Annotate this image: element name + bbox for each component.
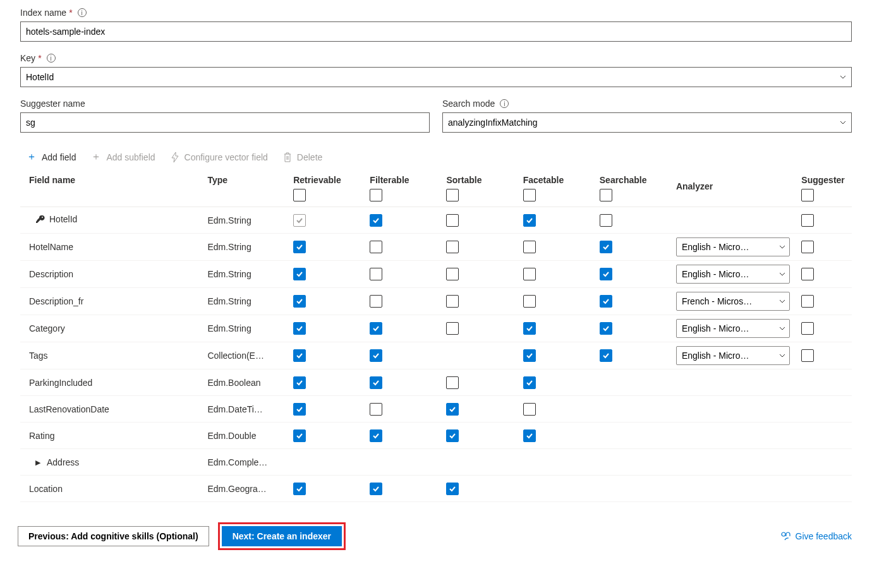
sortable-checkbox[interactable] bbox=[446, 295, 459, 308]
info-icon[interactable]: i bbox=[47, 54, 56, 63]
required-indicator: * bbox=[69, 8, 72, 18]
suggester-checkbox[interactable] bbox=[801, 322, 814, 335]
search-mode-select[interactable]: analyzingInfixMatching bbox=[442, 112, 852, 133]
analyzer-select[interactable]: English - Micro… bbox=[676, 265, 790, 284]
suggester-name-input[interactable] bbox=[20, 112, 430, 133]
field-name-expandable[interactable]: ▶Address bbox=[29, 457, 79, 467]
facetable-checkbox[interactable] bbox=[523, 295, 536, 308]
filterable-checkbox[interactable] bbox=[370, 268, 382, 280]
filterable-header-checkbox[interactable] bbox=[370, 189, 382, 201]
next-button[interactable]: Next: Create an indexer bbox=[222, 526, 342, 546]
retrievable-checkbox[interactable] bbox=[293, 376, 306, 389]
sortable-checkbox[interactable] bbox=[446, 483, 459, 495]
facetable-checkbox[interactable] bbox=[523, 214, 536, 227]
filterable-checkbox[interactable] bbox=[370, 214, 382, 227]
retrievable-checkbox[interactable] bbox=[293, 322, 306, 335]
facetable-checkbox[interactable] bbox=[523, 403, 536, 416]
retrievable-checkbox[interactable] bbox=[293, 295, 306, 308]
retrievable-checkbox[interactable] bbox=[293, 268, 306, 280]
searchable-checkbox[interactable] bbox=[600, 268, 612, 280]
sortable-checkbox[interactable] bbox=[446, 322, 459, 335]
plus-icon: ＋ bbox=[91, 150, 101, 164]
field-type: Edm.String bbox=[205, 207, 291, 234]
filterable-checkbox[interactable] bbox=[370, 376, 382, 389]
sortable-checkbox[interactable] bbox=[446, 214, 459, 227]
table-row: Rating Edm.Double bbox=[20, 423, 852, 449]
table-row: Description Edm.String English - Micro… bbox=[20, 261, 852, 288]
filterable-checkbox[interactable] bbox=[370, 295, 382, 308]
previous-button[interactable]: Previous: Add cognitive skills (Optional… bbox=[18, 526, 209, 546]
field-name: ParkingIncluded bbox=[29, 378, 92, 388]
searchable-header-checkbox[interactable] bbox=[600, 189, 612, 201]
searchable-checkbox[interactable] bbox=[600, 214, 612, 227]
analyzer-select[interactable]: English - Micro… bbox=[676, 319, 790, 338]
searchable-checkbox[interactable] bbox=[600, 322, 612, 335]
add-subfield-button: ＋ Add subfield bbox=[91, 150, 155, 164]
retrievable-checkbox[interactable] bbox=[293, 349, 306, 362]
info-icon[interactable]: i bbox=[500, 99, 509, 108]
suggester-checkbox[interactable] bbox=[801, 268, 814, 280]
filterable-checkbox[interactable] bbox=[370, 322, 382, 335]
field-type: Edm.Comple… bbox=[205, 449, 291, 476]
table-row: Tags Collection(E… English - Micro… bbox=[20, 342, 852, 369]
trash-icon bbox=[283, 152, 292, 162]
key-icon bbox=[35, 214, 45, 224]
filterable-checkbox[interactable] bbox=[370, 429, 382, 442]
analyzer-select[interactable]: French - Micros… bbox=[676, 292, 790, 311]
filterable-checkbox[interactable] bbox=[370, 483, 382, 495]
retrievable-header-checkbox[interactable] bbox=[293, 189, 306, 201]
key-select[interactable]: HotelId bbox=[20, 67, 852, 87]
retrievable-checkbox[interactable] bbox=[293, 241, 306, 253]
sortable-checkbox[interactable] bbox=[446, 429, 459, 442]
field-name: Rating bbox=[29, 431, 54, 441]
field-name: Tags bbox=[29, 351, 48, 361]
suggester-header-checkbox[interactable] bbox=[801, 189, 814, 201]
analyzer-select[interactable]: English - Micro… bbox=[676, 346, 790, 365]
filterable-checkbox[interactable] bbox=[370, 349, 382, 362]
table-row: HotelId Edm.String bbox=[20, 207, 852, 234]
facetable-checkbox[interactable] bbox=[523, 322, 536, 335]
add-field-button[interactable]: ＋ Add field bbox=[27, 150, 76, 164]
field-name: Location bbox=[29, 484, 63, 494]
required-indicator: * bbox=[38, 53, 41, 63]
facetable-checkbox[interactable] bbox=[523, 349, 536, 362]
facetable-checkbox[interactable] bbox=[523, 268, 536, 280]
field-name: HotelId bbox=[29, 214, 77, 224]
retrievable-checkbox[interactable] bbox=[293, 214, 306, 227]
analyzer-select[interactable]: English - Micro… bbox=[676, 237, 790, 256]
filterable-checkbox[interactable] bbox=[370, 241, 382, 253]
feedback-link[interactable]: Give feedback bbox=[780, 531, 852, 541]
suggester-checkbox[interactable] bbox=[801, 214, 814, 227]
table-row: Description_fr Edm.String French - Micro… bbox=[20, 288, 852, 315]
table-row: ParkingIncluded Edm.Boolean bbox=[20, 369, 852, 396]
searchable-checkbox[interactable] bbox=[600, 349, 612, 362]
sortable-checkbox[interactable] bbox=[446, 268, 459, 280]
retrievable-checkbox[interactable] bbox=[293, 403, 306, 416]
facetable-header-checkbox[interactable] bbox=[523, 189, 536, 201]
sortable-checkbox[interactable] bbox=[446, 241, 459, 253]
facetable-checkbox[interactable] bbox=[523, 429, 536, 442]
svg-point-0 bbox=[782, 532, 785, 536]
facetable-checkbox[interactable] bbox=[523, 376, 536, 389]
searchable-checkbox[interactable] bbox=[600, 295, 612, 308]
col-searchable: Searchable bbox=[597, 170, 674, 207]
index-name-input[interactable] bbox=[20, 21, 852, 42]
col-filterable: Filterable bbox=[367, 170, 444, 207]
field-name: Description bbox=[29, 269, 73, 279]
facetable-checkbox[interactable] bbox=[523, 241, 536, 253]
retrievable-checkbox[interactable] bbox=[293, 483, 306, 495]
sortable-checkbox[interactable] bbox=[446, 376, 459, 389]
field-type: Edm.Boolean bbox=[205, 369, 291, 396]
info-icon[interactable]: i bbox=[78, 8, 87, 17]
sortable-checkbox[interactable] bbox=[446, 403, 459, 416]
col-type: Type bbox=[205, 170, 291, 207]
sortable-header-checkbox[interactable] bbox=[446, 189, 459, 201]
suggester-checkbox[interactable] bbox=[801, 241, 814, 253]
retrievable-checkbox[interactable] bbox=[293, 429, 306, 442]
field-type: Collection(E… bbox=[205, 342, 291, 369]
suggester-checkbox[interactable] bbox=[801, 349, 814, 362]
field-name: LastRenovationDate bbox=[29, 404, 109, 414]
filterable-checkbox[interactable] bbox=[370, 403, 382, 416]
searchable-checkbox[interactable] bbox=[600, 241, 612, 253]
suggester-checkbox[interactable] bbox=[801, 295, 814, 308]
